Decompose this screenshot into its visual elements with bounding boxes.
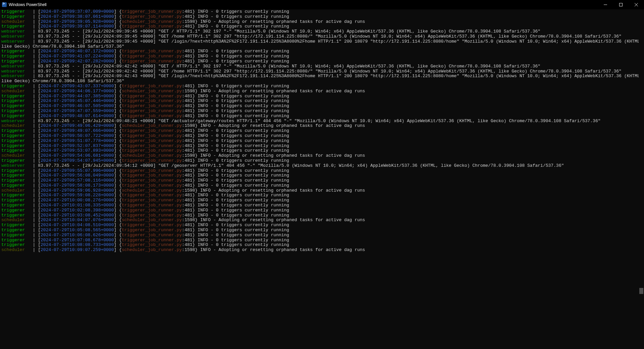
log-timestamp: 2024-07-29T10:01:08.335+0000	[41, 203, 114, 208]
log-timestamp: 2024-07-29T09:48:07.614+0000	[41, 113, 114, 118]
log-timestamp: 2024-07-29T09:58:08.173+0000	[41, 183, 114, 188]
log-sep: ] {	[114, 128, 121, 133]
log-line: triggerer | [2024-07-29T09:44:07.385+000…	[1, 94, 643, 99]
close-button[interactable]	[629, 0, 644, 9]
log-message: 1598} INFO - Adopting or resetting orpha…	[184, 19, 365, 24]
log-sep: ] {	[114, 138, 121, 143]
log-sep: ] {	[114, 168, 121, 173]
log-message: 481} INFO - 0 triggers currently running	[184, 198, 289, 203]
log-sep: | [	[28, 24, 41, 29]
log-line: triggerer | [2024-07-29T09:52:07.837+000…	[1, 144, 643, 149]
log-sep: | [	[28, 238, 41, 243]
log-source-file: scheduler_job_runner.py	[122, 89, 182, 94]
log-timestamp: 2024-07-29T09:42:07.282+0000	[41, 59, 114, 64]
log-source-file: scheduler_job_runner.py	[122, 217, 182, 222]
log-message: 481} INFO - 0 triggers currently running	[184, 49, 289, 54]
log-sep: | [	[28, 84, 41, 89]
log-body: | 83.97.73.245 - - [29/Jul/2024:09:39:45…	[1, 39, 644, 49]
log-line: triggerer | [2024-07-29T10:00:08.276+000…	[1, 198, 643, 203]
log-sep: :	[182, 193, 184, 198]
log-sep: | [	[28, 128, 41, 133]
log-timestamp: 2024-07-29T10:04:08.510+0000	[41, 222, 114, 228]
log-message: 1598} INFO - Adopting or resetting orpha…	[184, 217, 365, 222]
log-sep: | [	[28, 247, 41, 252]
log-sep: | [	[28, 178, 41, 183]
log-sep: :	[182, 94, 184, 99]
log-source-file: triggerer_job_runner.py	[122, 49, 182, 54]
log-sep: ] {	[114, 173, 121, 178]
log-message: 481} INFO - 0 triggers currently running	[184, 203, 289, 208]
log-timestamp: 2024-07-29T09:54:07.945+0000	[41, 158, 114, 163]
log-body: | 83.97.73.245 - - [29/Jul/2024:09:42:42…	[28, 69, 622, 74]
log-sep: | [	[28, 123, 41, 128]
log-timestamp: 2024-07-29T09:44:07.385+0000	[41, 94, 114, 99]
log-service: triggerer	[1, 208, 28, 213]
minimize-button[interactable]	[598, 0, 613, 9]
log-line: scheduler | [2024-07-29T09:59:06.928+000…	[1, 188, 643, 193]
log-sep: :	[182, 128, 184, 133]
log-service: triggerer	[1, 54, 28, 59]
log-line: webserver | 83.97.73.245 - - [29/Jul/202…	[1, 39, 643, 49]
log-service: triggerer	[1, 128, 28, 133]
log-sep: ] {	[114, 153, 121, 158]
log-sep: | [	[28, 59, 41, 64]
log-sep: | [	[28, 89, 41, 94]
terminal-output[interactable]: triggerer | [2024-07-29T09:37:07.009+000…	[0, 9, 644, 349]
log-source-file: triggerer_job_runner.py	[122, 59, 182, 64]
log-sep: :	[182, 203, 184, 208]
log-sep: ] {	[114, 108, 121, 113]
window-titlebar[interactable]: Windows PowerShell	[0, 0, 644, 9]
log-service: triggerer	[1, 108, 28, 113]
log-sep: ] {	[114, 84, 121, 89]
log-sep: :	[182, 158, 184, 163]
log-sep: | [	[28, 133, 41, 138]
log-message: 1598} INFO - Adopting or resetting orpha…	[184, 247, 365, 252]
log-timestamp: 2024-07-29T09:38:07.061+0000	[41, 14, 114, 19]
log-sep: :	[182, 54, 184, 59]
log-line: triggerer | [2024-07-29T09:46:07.505+000…	[1, 104, 643, 109]
log-message: 481} INFO - 0 triggers currently running	[184, 133, 289, 138]
log-sep: :	[182, 49, 184, 54]
log-line: scheduler | [2024-07-29T09:49:06.429+000…	[1, 123, 643, 129]
log-service: triggerer	[1, 242, 28, 247]
log-message: 481} INFO - 0 triggers currently running	[184, 138, 289, 143]
log-line: scheduler | [2024-07-29T09:44:06.177+000…	[1, 89, 643, 94]
log-sep: | [	[28, 213, 41, 218]
log-source-file: scheduler_job_runner.py	[122, 123, 182, 128]
log-sep: :	[182, 173, 184, 178]
log-service: scheduler	[1, 89, 28, 94]
log-line: webserver | 83.97.73.245 - - [29/Jul/202…	[1, 74, 643, 84]
log-sep: | [	[28, 222, 41, 228]
log-line: triggerer | [2024-07-29T09:48:07.614+000…	[1, 114, 643, 119]
log-sep: ] {	[114, 49, 121, 54]
log-service: triggerer	[1, 203, 28, 208]
scrollbar-track[interactable]	[639, 9, 644, 349]
log-line: triggerer | [2024-07-29T09:39:07.114+000…	[1, 24, 643, 29]
log-service: scheduler	[1, 153, 28, 158]
log-service: triggerer	[1, 173, 28, 178]
log-line: triggerer | [2024-07-29T09:37:07.009+000…	[1, 9, 643, 14]
log-timestamp: 2024-07-29T09:51:07.778+0000	[41, 138, 114, 143]
log-sep: :	[182, 133, 184, 138]
log-message: 481} INFO - 0 triggers currently running	[184, 24, 289, 29]
log-sep: ] {	[114, 238, 121, 243]
log-source-file: triggerer_job_runner.py	[122, 228, 182, 233]
log-source-file: triggerer_job_runner.py	[122, 94, 182, 99]
log-sep: ] {	[114, 208, 121, 213]
log-source-file: scheduler_job_runner.py	[122, 153, 182, 158]
log-timestamp: 2024-07-29T10:09:07.259+0000	[41, 247, 114, 252]
log-message: 481} INFO - 0 triggers currently running	[184, 183, 289, 188]
titlebar-left: Windows PowerShell	[0, 2, 47, 7]
log-source-file: triggerer_job_runner.py	[122, 238, 182, 243]
log-source-file: triggerer_job_runner.py	[122, 103, 182, 108]
log-line: triggerer | [2024-07-29T10:07:08.678+000…	[1, 238, 643, 243]
log-sep: | [	[28, 108, 41, 113]
log-sep: :	[182, 213, 184, 218]
svg-rect-1	[620, 3, 623, 6]
log-message: 1598} INFO - Adopting or resetting orpha…	[184, 188, 365, 193]
log-message: 481} INFO - 0 triggers currently running	[184, 9, 289, 14]
maximize-button[interactable]	[613, 0, 629, 9]
scrollbar-thumb[interactable]	[639, 288, 643, 294]
log-sep: | [	[28, 153, 41, 158]
log-service: triggerer	[1, 59, 28, 64]
